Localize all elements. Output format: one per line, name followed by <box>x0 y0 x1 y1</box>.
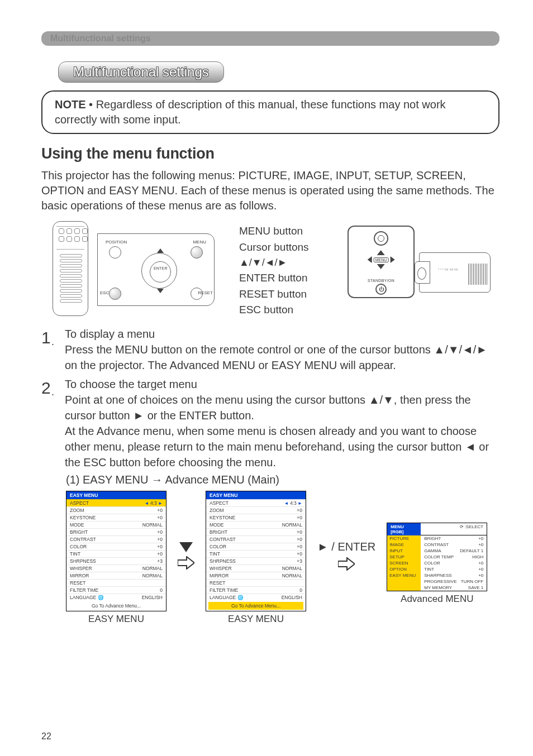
page-title: Multifunctional settings <box>58 61 224 83</box>
step-1-number: 1 <box>41 326 59 373</box>
menu-row: MIRRORNORMAL <box>66 572 166 579</box>
menu-row: KEYSTONE+0 <box>206 514 306 521</box>
menu-row: CONTRAST+0 <box>206 535 306 543</box>
menu-row: RESET <box>66 579 166 586</box>
advanced-menu-sidebar: PICTUREIMAGEINPUTSETUPSCREENOPTIONEASY M… <box>387 535 421 591</box>
remote-esc-label: ESC <box>100 290 109 295</box>
remote-position-label: POSITION <box>106 240 127 245</box>
menu-row: WHISPERNORMAL <box>66 564 166 572</box>
substep-1: (1) EASY MENU → Advance MENU (Main) <box>66 473 499 486</box>
menu-row: LANGUAGE 🌐ENGLISH <box>206 594 306 601</box>
menu-row: KEYSTONE+0 <box>66 514 166 521</box>
projector-menu-label: MENU <box>374 257 389 262</box>
menu-row: COLOR+0 <box>421 560 487 566</box>
menu-row: TINT+0 <box>206 550 306 557</box>
flow-step-arrow-2: ► / ENTER <box>317 540 375 575</box>
menu-row: MODENORMAL <box>206 521 306 528</box>
remote-menu-label: MENU <box>193 240 206 245</box>
note-text: • Regardless of description of this manu… <box>55 98 446 126</box>
menu-row: CONTRAST+0 <box>66 535 166 543</box>
callout-arrow-glyphs: ▲/▼/◄/► <box>239 255 340 270</box>
advanced-menu-caption: Advanced MENU <box>401 594 473 605</box>
menu-row: CONTRAST+0 <box>421 542 487 548</box>
easy-menu-header-2: EASY MENU <box>210 492 237 498</box>
advanced-sidebar-item: OPTION <box>387 566 421 572</box>
step-2-body2: At the Advance menu, when some menu is c… <box>65 423 499 470</box>
advanced-sidebar-item: SCREEN <box>387 560 421 566</box>
advanced-sidebar-item: EASY MENU <box>387 572 421 578</box>
power-icon: ⏻ <box>375 284 387 295</box>
easy-menu-1: EASY MENU ASPECT◄ 4:3 ►ZOOM+0KEYSTONE+0M… <box>66 491 166 611</box>
section-heading: Using the menu function <box>41 145 499 162</box>
remote-position-button <box>109 246 121 259</box>
menu-row: ASPECT◄ 4:3 ► <box>206 499 306 506</box>
menu-row: BRIGHT+0 <box>421 535 487 542</box>
step-1-title: To display a menu <box>65 326 499 342</box>
advanced-menu-main: BRIGHT+0CONTRAST+0GAMMADEFAULT 1COLOR TE… <box>421 535 487 591</box>
advanced-sidebar-item: IMAGE <box>387 542 421 548</box>
menu-row: TINT+0 <box>421 566 487 572</box>
down-triangle-icon <box>179 542 193 552</box>
callout-esc-button: ESC button <box>239 302 340 318</box>
remote-menu-button <box>191 246 203 259</box>
note-box: NOTE • Regardless of description of this… <box>41 90 499 134</box>
projector-side-view: ◦ ◦ ◦ ▭ ▭ ▭ <box>419 252 491 293</box>
advanced-menu-header-left: MENU [RGB] <box>387 523 421 535</box>
menu-row: WHISPERNORMAL <box>206 564 306 572</box>
menu-row: ZOOM+0 <box>206 506 306 514</box>
projector-standby-label: STANDBY/ON <box>349 279 413 283</box>
projector-navpad: MENU <box>368 250 395 269</box>
step-1: 1 To display a menu Press the MENU butto… <box>41 326 499 373</box>
breadcrumb: Multifunctional settings <box>41 31 499 46</box>
callout-menu-button: MENU button <box>239 223 340 240</box>
remote-dpad <box>137 248 182 293</box>
right-arrow-icon-2 <box>338 557 355 575</box>
menu-row: MODENORMAL <box>66 521 166 528</box>
projector-speaker-icon <box>374 231 388 246</box>
menu-row: FILTER TIME0 <box>206 586 306 594</box>
note-label: NOTE <box>55 98 86 111</box>
callout-labels: MENU button Cursor buttons ▲/▼/◄/► ENTER… <box>239 221 340 318</box>
easy-menu-caption-2: EASY MENU <box>228 614 284 625</box>
menu-row: COLOR TEMPHIGH <box>421 554 487 560</box>
menu-row: RESET <box>206 579 306 586</box>
remote-enter-label: ENTER <box>154 266 168 270</box>
easy-menu-caption-1: EASY MENU <box>88 614 144 625</box>
easy-menu-footer-selected: Go To Advance Menu... <box>208 602 303 610</box>
remote-esc-button <box>109 288 121 300</box>
menu-row: SHRPNESS+3 <box>206 557 306 564</box>
page-number: 22 <box>41 731 51 741</box>
menu-row: COLOR+0 <box>206 543 306 550</box>
remote-reset-label: RESET <box>198 290 213 295</box>
flow-step-arrow-1 <box>178 542 194 573</box>
menu-row: MY MEMORYSAVE 1 <box>421 585 487 591</box>
menu-row: BRIGHT+0 <box>206 528 306 535</box>
flow-enter-label: ► / ENTER <box>317 540 375 553</box>
projector-panel-dots: ◦ ◦ ◦ ▭ ▭ ▭ <box>438 267 458 271</box>
step-2-body: Point at one of choices on the menu usin… <box>65 392 499 423</box>
easy-menu-2: EASY MENU ASPECT◄ 4:3 ►ZOOM+0KEYSTONE+0M… <box>206 491 306 611</box>
advanced-sidebar-item: INPUT <box>387 548 421 554</box>
menu-row: SHARPNESS+0 <box>421 572 487 578</box>
advanced-menu-header-right: ⟳ :SELECT <box>421 523 487 535</box>
callout-reset-button: RESET button <box>239 286 340 303</box>
easy-menu-footer: Go To Advance Menu... <box>69 602 164 610</box>
advanced-sidebar-item: PICTURE <box>387 535 421 542</box>
menu-row: COLOR+0 <box>66 543 166 550</box>
menu-row: SHRPNESS+3 <box>66 557 166 564</box>
easy-menu-header: EASY MENU <box>70 492 98 498</box>
step-2: 2 To choose the target menu Point at one… <box>41 376 499 470</box>
menu-row: ASPECT◄ 4:3 ► <box>66 499 166 506</box>
step-2-title: To choose the target menu <box>65 376 499 392</box>
menu-row: BRIGHT+0 <box>66 528 166 535</box>
menu-row: FILTER TIME0 <box>66 586 166 594</box>
remote-illustration: POSITION MENU ENTER ESC RESET <box>53 221 231 316</box>
menu-row: ZOOM+0 <box>66 506 166 514</box>
callout-cursor-buttons: Cursor buttons <box>239 240 340 256</box>
menu-row: MIRRORNORMAL <box>206 572 306 579</box>
advanced-sidebar-item: SETUP <box>387 554 421 560</box>
menu-flow: EASY MENU ASPECT◄ 4:3 ►ZOOM+0KEYSTONE+0M… <box>66 491 499 625</box>
menu-row: GAMMADEFAULT 1 <box>421 548 487 554</box>
menu-row: LANGUAGE 🌐ENGLISH <box>66 594 166 601</box>
advanced-menu: MENU [RGB] ⟳ :SELECT PICTUREIMAGEINPUTSE… <box>387 523 487 591</box>
